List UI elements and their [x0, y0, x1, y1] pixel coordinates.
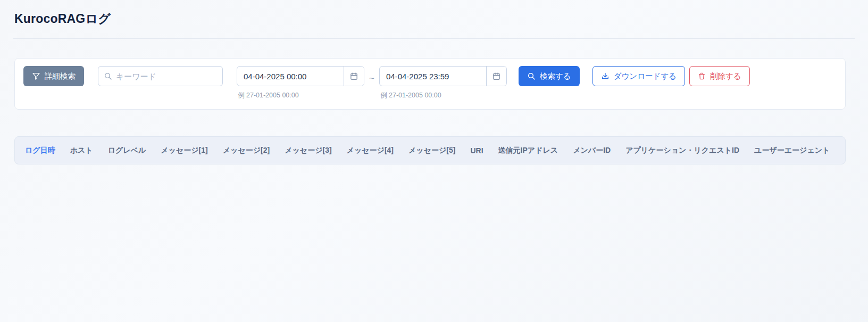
date-from-field: 例 27-01-2005 00:00	[237, 66, 364, 100]
header-divider	[13, 38, 855, 39]
date-to-hint: 例 27-01-2005 00:00	[379, 91, 507, 100]
advanced-search-button[interactable]: 詳細検索	[23, 66, 84, 86]
date-from-input[interactable]	[237, 67, 344, 86]
delete-button[interactable]: 削除する	[689, 66, 750, 86]
date-from-calendar-button[interactable]	[344, 67, 364, 86]
column-header-user-agent[interactable]: ユーザーエージェント	[754, 146, 830, 155]
trash-icon	[698, 72, 706, 80]
column-header-message-5[interactable]: メッセージ[5]	[408, 146, 455, 155]
download-tray-icon	[601, 72, 610, 80]
date-to-input[interactable]	[380, 67, 486, 86]
column-header-member-id[interactable]: メンバーID	[573, 146, 611, 155]
funnel-icon	[32, 72, 40, 80]
column-header-host[interactable]: ホスト	[70, 146, 93, 155]
column-header-source-ip[interactable]: 送信元IPアドレス	[498, 146, 558, 155]
filter-panel: 詳細検索 例 27-01-2005 00:00 ~	[14, 58, 846, 110]
calendar-icon	[349, 72, 358, 81]
date-to-group	[379, 66, 507, 86]
calendar-icon	[492, 72, 501, 81]
keyword-input[interactable]	[116, 72, 217, 81]
keyword-search-field	[98, 66, 223, 86]
page-title: KurocoRAGログ	[14, 11, 854, 27]
magnifier-icon	[527, 72, 536, 80]
date-range-separator: ~	[364, 66, 379, 86]
date-to-calendar-button[interactable]	[486, 67, 506, 86]
column-header-message-4[interactable]: メッセージ[4]	[347, 146, 394, 155]
date-from-hint: 例 27-01-2005 00:00	[237, 91, 364, 100]
date-from-group	[237, 66, 364, 86]
magnifier-icon	[104, 72, 112, 80]
search-button[interactable]: 検索する	[519, 66, 580, 86]
column-header-application-request-id[interactable]: アプリケーション・リクエストID	[625, 146, 739, 155]
column-header-message-3[interactable]: メッセージ[3]	[285, 146, 331, 155]
download-button[interactable]: ダウンロードする	[592, 66, 685, 86]
column-header-log-datetime[interactable]: ログ日時	[25, 146, 55, 155]
advanced-search-label: 詳細検索	[45, 71, 76, 81]
page-header: KurocoRAGログ	[0, 0, 868, 27]
search-button-label: 検索する	[540, 71, 571, 81]
column-header-message-1[interactable]: メッセージ[1]	[161, 146, 207, 155]
column-header-uri[interactable]: URI	[470, 146, 483, 155]
log-table-body-empty	[0, 164, 868, 321]
column-header-log-level[interactable]: ログレベル	[108, 146, 146, 155]
date-to-field: 例 27-01-2005 00:00	[379, 66, 507, 100]
delete-button-label: 削除する	[710, 71, 741, 81]
download-button-label: ダウンロードする	[614, 71, 677, 81]
column-header-message-2[interactable]: メッセージ[2]	[223, 146, 270, 155]
log-table-header: ログ日時 ホスト ログレベル メッセージ[1] メッセージ[2] メッセージ[3…	[14, 136, 846, 164]
